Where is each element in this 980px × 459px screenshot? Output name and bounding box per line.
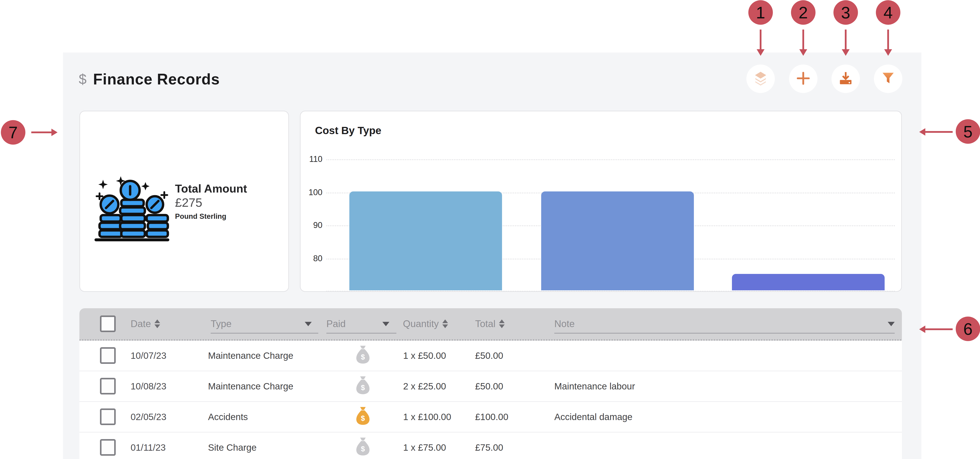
annotation-arrow-2 [802,30,804,49]
column-header-quantity[interactable]: Quantity [403,308,448,339]
annotation-badge-3: 3 [834,0,858,25]
import-button[interactable] [832,65,860,93]
paid-cell[interactable]: $ [355,341,370,371]
paid-cell[interactable]: $ [355,402,370,432]
annotation-arrowhead-2 [799,49,807,56]
type-cell: Maintenance Charge [208,371,293,401]
badge-number: 4 [883,3,893,22]
row-checkbox[interactable] [100,378,116,394]
page-title: $ Finance Records [79,70,220,88]
badge-number: 2 [799,3,808,22]
badge-number: 6 [963,319,972,338]
ytick-80: 80 [301,254,323,263]
ytick-110: 110 [301,155,323,164]
plus-icon [795,70,811,88]
annotation-badge-4: 4 [876,0,900,25]
column-header-total[interactable]: Total [475,308,505,339]
type-cell: Maintenance Charge [208,341,293,371]
annotation-arrow-4 [887,30,889,49]
table-header: Date Type Paid Quantity Total Note [80,308,902,341]
note-cell: Maintenance labour [554,371,635,401]
funnel-icon [880,70,896,87]
column-label-type: Type [211,318,231,329]
annotation-arrow-1 [760,30,762,49]
column-label-quantity: Quantity [403,318,439,329]
sort-icon[interactable] [154,319,160,328]
annotation-arrowhead-3 [842,49,850,56]
table-row[interactable]: 02/05/23 Accidents $ 1 x £100.00 £100.00… [80,402,902,432]
annotation-arrowhead-5 [919,128,925,135]
annotation-arrowhead-1 [757,49,765,56]
column-header-type[interactable]: Type [211,308,231,339]
summary-title: Total Amount [175,182,247,195]
date-cell: 02/05/23 [130,402,167,432]
records-table: Date Type Paid Quantity Total Note [80,308,902,459]
badge-number: 7 [8,123,18,142]
layers-icon [753,70,768,87]
annotation-arrowhead-4 [884,49,892,56]
money-bag-icon: $ [355,406,370,428]
annotation-arrow-6 [925,328,953,330]
type-filter-select[interactable] [211,333,318,334]
summary-amount: £275 [175,195,247,210]
sort-icon[interactable] [499,319,505,328]
svg-text:$: $ [361,384,365,392]
gridline-110 [326,159,896,160]
type-cell: Accidents [208,402,248,432]
chevron-down-icon[interactable] [382,322,389,326]
row-checkbox[interactable] [100,439,116,456]
filter-button[interactable] [874,65,902,93]
table-row[interactable]: 10/08/23 Maintenance Charge $ 2 x £25.00… [80,371,902,402]
chart-baseline [326,291,896,292]
column-header-note[interactable]: Note [554,308,575,339]
annotation-arrowhead-6 [919,325,925,333]
money-bag-icon: $ [355,376,370,397]
sort-icon[interactable] [442,319,448,328]
total-cell: £100.00 [475,402,508,432]
svg-text:$: $ [361,353,365,361]
column-label-date: Date [130,318,151,329]
chart-bar-3[interactable] [732,274,885,290]
chevron-down-icon[interactable] [305,322,312,326]
column-header-paid[interactable]: Paid [326,308,345,339]
annotation-arrowhead-7 [51,129,57,136]
paid-filter-select[interactable] [326,333,396,334]
date-cell: 10/07/23 [130,341,167,371]
ytick-90: 90 [301,220,323,230]
money-bag-icon: $ [355,437,370,458]
annotation-badge-5: 5 [956,119,980,144]
chart-bar-1[interactable] [349,191,502,290]
chart-bar-2[interactable] [541,191,694,290]
badge-number: 1 [756,3,765,22]
quantity-cell: 1 x £100.00 [403,402,451,432]
select-all-checkbox[interactable] [100,316,116,332]
total-amount-card: Total Amount £275 Pound Sterling [80,111,289,292]
annotation-arrow-5 [925,131,953,133]
summary-currency-label: Pound Sterling [175,212,247,221]
paid-cell[interactable]: $ [355,371,370,401]
svg-text:$: $ [361,414,365,422]
row-checkbox[interactable] [100,408,116,425]
table-row[interactable]: 01/11/23 Site Charge $ 1 x £75.00 £75.00 [80,432,902,459]
annotation-badge-7: 7 [1,120,25,145]
column-header-date[interactable]: Date [130,308,160,339]
row-checkbox[interactable] [100,347,116,364]
date-cell: 01/11/23 [130,432,165,459]
annotation-arrow-3 [845,30,846,49]
chevron-down-icon[interactable] [888,322,895,326]
ytick-100: 100 [301,188,323,197]
page-title-text: Finance Records [93,70,220,88]
quantity-cell: 1 x £75.00 [403,432,446,459]
group-button[interactable] [746,65,775,93]
quantity-cell: 1 x £50.00 [403,341,446,371]
table-row[interactable]: 10/07/23 Maintenance Charge $ 1 x £50.00… [80,341,902,371]
note-cell: Accidental damage [554,402,632,432]
note-filter-input[interactable] [554,333,895,334]
column-label-paid: Paid [326,318,345,329]
total-cell: £50.00 [475,341,503,371]
paid-cell[interactable]: $ [355,432,370,459]
add-record-button[interactable] [789,65,818,93]
download-icon [838,70,854,87]
annotation-badge-1: 1 [748,0,773,25]
annotation-badge-6: 6 [956,317,980,341]
